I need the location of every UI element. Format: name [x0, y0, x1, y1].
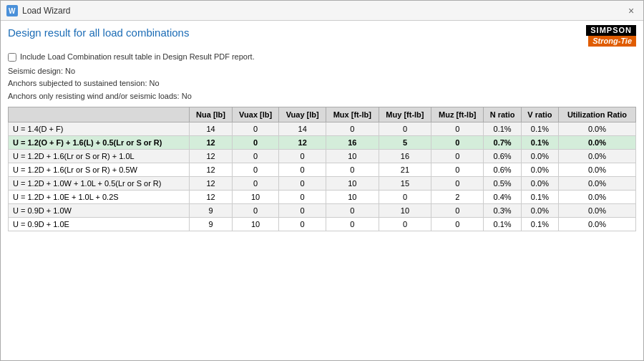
- cell-0-7: 0.1%: [521, 122, 558, 136]
- table-row: U = 0.9D + 1.0W90001000.3%0.0%0.0%: [9, 204, 636, 218]
- cell-3-0: 12: [190, 163, 233, 177]
- cell-2-8: 0.0%: [558, 150, 635, 163]
- table-row: U = 1.2D + 1.6(Lr or S or R) + 1.0L12001…: [9, 150, 636, 163]
- cell-6-5: 0: [431, 204, 484, 218]
- table-body: U = 1.4(D + F)140140000.1%0.1%0.0%U = 1.…: [9, 122, 636, 231]
- cell-6-7: 0.0%: [521, 204, 558, 218]
- cell-4-2: 0: [279, 177, 326, 191]
- cell-6-8: 0.0%: [558, 204, 635, 218]
- cell-3-2: 0: [279, 163, 326, 177]
- cell-1-6: 0.7%: [484, 136, 522, 150]
- col-header-6: Muz [ft-lb]: [431, 107, 484, 122]
- cell-2-2: 0: [279, 150, 326, 163]
- svg-text:W: W: [9, 7, 16, 15]
- cell-4-3: 10: [326, 177, 379, 191]
- cell-2-6: 0.6%: [484, 150, 522, 163]
- table-row: U = 1.2D + 1.0E + 1.0L + 0.2S1210010020.…: [9, 191, 636, 204]
- cell-5-6: 0.4%: [484, 191, 522, 204]
- cell-7-2: 0: [279, 218, 326, 231]
- info-line-2: Anchors subjected to sustained tension: …: [8, 77, 636, 90]
- cell-6-1: 0: [232, 204, 279, 218]
- row-label-3: U = 1.2D + 1.6(Lr or S or R) + 0.5W: [9, 163, 190, 177]
- col-header-9: Utilization Ratio: [558, 107, 635, 122]
- cell-3-5: 0: [431, 163, 484, 177]
- col-header-4: Mux [ft-lb]: [326, 107, 379, 122]
- header-row: Design result for all load combinations …: [1, 21, 643, 49]
- pdf-checkbox[interactable]: [8, 53, 16, 62]
- cell-3-4: 21: [379, 163, 431, 177]
- page-title: Design result for all load combinations: [8, 27, 189, 39]
- col-header-1: Nua [lb]: [190, 107, 233, 122]
- checkbox-label: Include Load Combination result table in…: [20, 51, 255, 64]
- cell-0-1: 0: [232, 122, 279, 136]
- cell-3-1: 0: [232, 163, 279, 177]
- cell-3-8: 0.0%: [558, 163, 635, 177]
- col-header-0: [9, 107, 190, 122]
- row-label-6: U = 0.9D + 1.0W: [9, 204, 190, 218]
- col-header-5: Muy [ft-lb]: [379, 107, 431, 122]
- table-row: U = 1.2D + 1.0W + 1.0L + 0.5(Lr or S or …: [9, 177, 636, 191]
- cell-6-2: 0: [279, 204, 326, 218]
- cell-3-3: 0: [326, 163, 379, 177]
- title-bar: W Load Wizard ×: [1, 1, 643, 21]
- cell-2-7: 0.0%: [521, 150, 558, 163]
- title-bar-left: W Load Wizard: [6, 5, 70, 16]
- cell-7-0: 9: [190, 218, 233, 231]
- cell-4-8: 0.0%: [558, 177, 635, 191]
- row-label-7: U = 0.9D + 1.0E: [9, 218, 190, 231]
- col-header-3: Vuay [lb]: [279, 107, 326, 122]
- col-header-2: Vuax [lb]: [232, 107, 279, 122]
- cell-2-0: 12: [190, 150, 233, 163]
- cell-0-3: 0: [326, 122, 379, 136]
- cell-6-4: 10: [379, 204, 431, 218]
- cell-5-4: 0: [379, 191, 431, 204]
- table-container: Nua [lb]Vuax [lb]Vuay [lb]Mux [ft-lb]Muy…: [1, 104, 643, 360]
- cell-4-4: 15: [379, 177, 431, 191]
- table-row: U = 0.9D + 1.0E91000000.1%0.1%0.0%: [9, 218, 636, 231]
- cell-2-5: 0: [431, 150, 484, 163]
- row-label-1: U = 1.2(O + F) + 1.6(L) + 0.5(Lr or S or…: [9, 136, 190, 150]
- app-icon: W: [6, 5, 18, 16]
- row-label-4: U = 1.2D + 1.0W + 1.0L + 0.5(Lr or S or …: [9, 177, 190, 191]
- cell-6-6: 0.3%: [484, 204, 522, 218]
- cell-1-1: 0: [232, 136, 279, 150]
- cell-6-3: 0: [326, 204, 379, 218]
- info-line-3: Anchors only resisting wind and/or seism…: [8, 90, 636, 103]
- cell-2-1: 0: [232, 150, 279, 163]
- results-table: Nua [lb]Vuax [lb]Vuay [lb]Mux [ft-lb]Muy…: [8, 107, 636, 231]
- cell-7-8: 0.0%: [558, 218, 635, 231]
- table-header-row: Nua [lb]Vuax [lb]Vuay [lb]Mux [ft-lb]Muy…: [9, 107, 636, 122]
- cell-5-8: 0.0%: [558, 191, 635, 204]
- cell-0-8: 0.0%: [558, 122, 635, 136]
- brand-strongtie: Strong-Tie: [588, 36, 636, 47]
- cell-5-3: 10: [326, 191, 379, 204]
- cell-7-4: 0: [379, 218, 431, 231]
- cell-0-4: 0: [379, 122, 431, 136]
- cell-2-4: 16: [379, 150, 431, 163]
- cell-7-6: 0.1%: [484, 218, 522, 231]
- info-section: Include Load Combination result table in…: [1, 49, 643, 104]
- cell-7-5: 0: [431, 218, 484, 231]
- cell-0-0: 14: [190, 122, 233, 136]
- cell-0-2: 14: [279, 122, 326, 136]
- cell-1-4: 5: [379, 136, 431, 150]
- cell-4-5: 0: [431, 177, 484, 191]
- table-row: U = 1.2(O + F) + 1.6(L) + 0.5(Lr or S or…: [9, 136, 636, 150]
- table-row: U = 1.2D + 1.6(Lr or S or R) + 0.5W12000…: [9, 163, 636, 177]
- cell-1-0: 12: [190, 136, 233, 150]
- brand-simpson: SIMPSON: [586, 25, 636, 36]
- cell-0-5: 0: [431, 122, 484, 136]
- table-row: U = 1.4(D + F)140140000.1%0.1%0.0%: [9, 122, 636, 136]
- cell-5-0: 12: [190, 191, 233, 204]
- cell-1-3: 16: [326, 136, 379, 150]
- cell-0-6: 0.1%: [484, 122, 522, 136]
- cell-5-7: 0.1%: [521, 191, 558, 204]
- cell-7-3: 0: [326, 218, 379, 231]
- cell-4-7: 0.0%: [521, 177, 558, 191]
- brand-logo: SIMPSON Strong-Tie: [586, 25, 636, 47]
- cell-5-2: 0: [279, 191, 326, 204]
- close-button[interactable]: ×: [625, 4, 638, 17]
- cell-4-0: 12: [190, 177, 233, 191]
- cell-1-8: 0.0%: [558, 136, 635, 150]
- window-title: Load Wizard: [22, 6, 70, 16]
